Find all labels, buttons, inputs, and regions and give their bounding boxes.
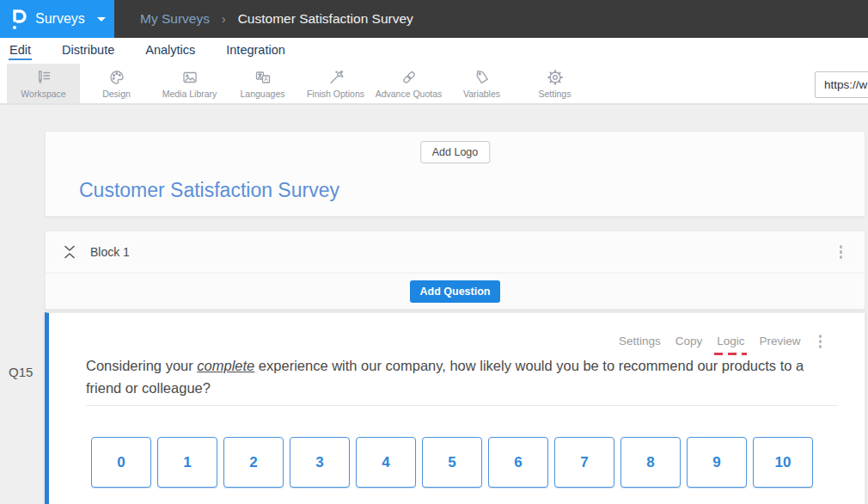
- nps-option[interactable]: 10: [753, 437, 813, 488]
- toolbar-item-label: Languages: [241, 89, 285, 99]
- question-text[interactable]: Considering your complete experience wit…: [86, 354, 842, 399]
- advance-quotas-chain-icon: [400, 69, 418, 86]
- nps-option[interactable]: 5: [422, 437, 482, 488]
- toolbar-item-advance-quotas[interactable]: Advance Quotas: [372, 64, 445, 103]
- workspace-icon: [35, 69, 52, 86]
- toolbar-item-finish-options[interactable]: Finish Options: [299, 64, 372, 103]
- main-nav-tabs: Edit Distribute Analytics Integration: [0, 38, 868, 64]
- surveys-menu-label: Surveys: [35, 11, 85, 27]
- question-menu-kebab-icon[interactable]: [816, 331, 826, 352]
- block-footer: Add Question: [46, 274, 865, 310]
- toolbar-item-media-library[interactable]: Media Library: [153, 64, 226, 103]
- settings-gear-icon: [547, 69, 564, 86]
- collapse-block-icon[interactable]: [64, 244, 76, 260]
- tab-edit[interactable]: Edit: [9, 41, 32, 60]
- toolbar-item-workspace[interactable]: Workspace: [7, 64, 80, 103]
- add-question-button[interactable]: Add Question: [410, 280, 501, 303]
- question-settings-link[interactable]: Settings: [619, 335, 661, 347]
- toolbar-item-label: Variables: [463, 89, 500, 99]
- nps-option[interactable]: 3: [290, 437, 350, 488]
- question-logic-link[interactable]: Logic: [717, 335, 744, 347]
- toolbar-item-design[interactable]: Design: [80, 64, 153, 103]
- question-preview-link[interactable]: Preview: [759, 335, 800, 347]
- question-card: Settings Copy Logic Preview Considering …: [45, 312, 865, 504]
- languages-icon: A: [254, 69, 272, 86]
- breadcrumb-separator-icon: ›: [222, 12, 226, 26]
- top-header: Surveys My Surveys › Customer Satisfacti…: [0, 0, 868, 38]
- nps-option[interactable]: 4: [356, 437, 416, 488]
- toolbar-item-label: Finish Options: [307, 89, 364, 99]
- toolbar-item-languages[interactable]: A Languages: [226, 64, 299, 103]
- question-id-label: Q15: [9, 365, 33, 379]
- survey-header-card: Add Logo Customer Satisfaction Survey: [45, 131, 865, 217]
- finish-options-wand-icon: [327, 69, 345, 86]
- toolbar-item-label: Design: [102, 89, 131, 99]
- nps-option[interactable]: 7: [554, 437, 614, 488]
- toolbar-item-label: Workspace: [21, 89, 65, 99]
- nps-option[interactable]: 1: [157, 437, 217, 488]
- survey-title[interactable]: Customer Satisfaction Survey: [79, 179, 339, 202]
- block-menu-kebab-icon[interactable]: [836, 242, 847, 262]
- breadcrumb-current-survey: Customer Satisfaction Survey: [238, 11, 413, 27]
- question-text-part: Considering your: [86, 358, 197, 373]
- design-palette-icon: [108, 69, 125, 86]
- question-text-emphasis: complete: [197, 358, 254, 373]
- nps-option[interactable]: 9: [687, 437, 747, 488]
- block-title[interactable]: Block 1: [90, 245, 130, 259]
- toolbar-item-label: Media Library: [162, 89, 217, 99]
- block-card: Block 1 Add Question: [45, 230, 865, 310]
- question-copy-link[interactable]: Copy: [675, 335, 703, 347]
- surveys-menu[interactable]: Surveys: [0, 0, 114, 38]
- toolbar-item-label: Advance Quotas: [376, 89, 443, 99]
- breadcrumb-my-surveys[interactable]: My Surveys: [140, 11, 210, 27]
- tab-integration[interactable]: Integration: [225, 41, 286, 60]
- tab-analytics[interactable]: Analytics: [144, 41, 196, 60]
- nps-option[interactable]: 6: [488, 437, 548, 488]
- toolbar-item-variables[interactable]: Variables: [445, 64, 518, 103]
- question-divider: [86, 405, 838, 406]
- toolbar-item-label: Settings: [539, 89, 572, 99]
- chevron-down-icon: [97, 17, 106, 22]
- toolbar-item-settings[interactable]: Settings: [518, 64, 591, 103]
- add-logo-button[interactable]: Add Logo: [420, 141, 491, 163]
- breadcrumb: My Surveys › Customer Satisfaction Surve…: [140, 0, 413, 38]
- block-header: Block 1: [46, 231, 865, 274]
- variables-tag-icon: [474, 69, 491, 86]
- tab-distribute[interactable]: Distribute: [61, 41, 115, 60]
- media-library-icon: [181, 69, 199, 86]
- questionpro-logo-icon: [11, 8, 28, 31]
- edit-toolbar: Workspace Design Media Library: [0, 64, 868, 105]
- nps-option[interactable]: 0: [91, 437, 151, 488]
- survey-url-input[interactable]: [815, 71, 868, 98]
- nps-option[interactable]: 2: [223, 437, 284, 488]
- survey-editor-app: Surveys My Surveys › Customer Satisfacti…: [0, 0, 868, 504]
- question-actions: Settings Copy Logic Preview: [619, 331, 825, 352]
- svg-text:A: A: [264, 76, 268, 82]
- nps-option[interactable]: 8: [620, 437, 681, 488]
- nps-scale: 012345678910: [91, 437, 813, 488]
